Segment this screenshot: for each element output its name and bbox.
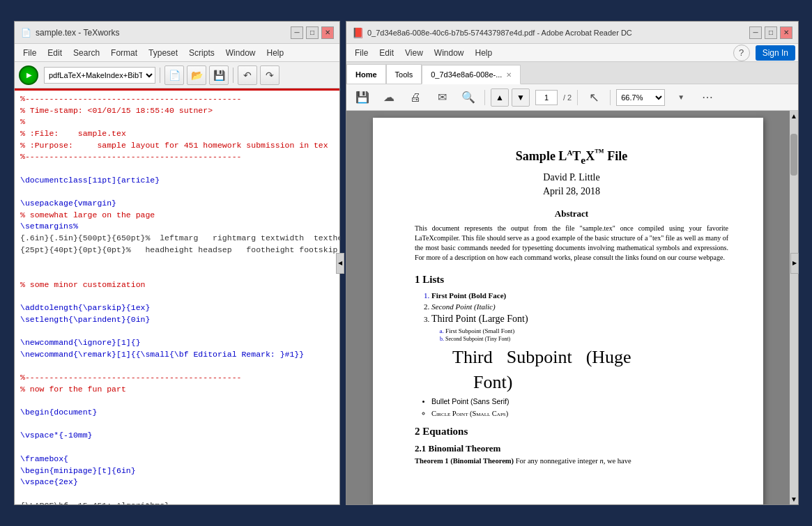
pdf-bullet-list: Bullet Point (Sans Serif) [415,397,728,405]
pdf-abstract-title: Abstract [415,208,728,219]
list-item-1-text: First Point (Bold Face) [431,291,506,300]
search-tool-button[interactable]: 🔍 [458,88,479,107]
page-number-input[interactable] [535,90,558,105]
menu-typeset[interactable]: Typeset [143,47,183,59]
pdf-scrollbar[interactable]: ▲ ▼ [790,111,798,504]
pdf-section-2: 2 Equations [415,426,728,438]
minimize-button[interactable]: ─ [291,26,303,39]
help-icon[interactable]: ? [733,45,750,61]
acrobat-close-button[interactable]: ✕ [780,26,792,39]
close-button[interactable]: ✕ [321,26,334,39]
tab-close-icon[interactable]: ✕ [506,71,512,79]
menu-window[interactable]: Window [220,47,261,59]
menu-format[interactable]: Format [105,47,143,59]
code-line: \newcommand{\remark}[1]{{\small{\bf Edit… [20,349,334,361]
code-line [20,360,334,372]
acrobat-toolbar: 💾 ☁ 🖨 ✉ 🔍 ▲ ▼ / 2 ↖ 66.7% 50% 75% 100% ▼… [346,84,798,111]
sublist-item-a: First Subpoint (Small Font) [445,327,728,334]
zoom-select[interactable]: 66.7% 50% 75% 100% [616,89,665,106]
menu-file[interactable]: File [17,47,42,59]
pdf-page: Sample LaTeX™ File David P. Little April… [373,118,763,504]
email-tool-button[interactable]: ✉ [431,88,452,107]
acrobat-menu-edit[interactable]: Edit [374,47,399,59]
save-tool-button[interactable]: 💾 [352,88,373,107]
code-line: \framebox{ [20,454,334,465]
code-line [20,256,334,268]
pdf-tab[interactable]: 0_7d34e8a6-008e-... ✕ [422,65,521,84]
code-line: {25pt}{40pt}{0pt}{0pt}% headheight heads… [20,245,334,256]
code-line: % :File: sample.tex [20,128,334,140]
more-options-button[interactable]: ⋯ [697,88,718,107]
panel-collapse-arrow[interactable]: ◀ [336,253,344,274]
acrobat-menu-window[interactable]: Window [429,47,470,59]
upload-tool-button[interactable]: ☁ [378,88,399,107]
zoom-dropdown-button[interactable]: ▼ [671,88,691,107]
section2-label: 2 Equations [415,426,468,438]
print-tool-button[interactable]: 🖨 [405,88,426,107]
pdf-circle-list: Circle Point (Small Caps) [415,410,728,417]
bullet-item-1-text: Bullet Point (Sans Serif) [431,397,509,405]
texworks-app-icon: 📄 [20,27,31,38]
open-button[interactable]: 📂 [187,65,206,85]
acrobat-maximize-button[interactable]: □ [765,26,777,39]
code-line: % now for the fun part [20,384,334,396]
scroll-up-button[interactable]: ▲ [790,111,797,120]
texworks-window: 📄 sample.tex - TeXworks ─ □ ✕ File Edit … [14,21,340,505]
compile-select[interactable]: pdfLaTeX+MakeIndex+BibTeX [44,67,155,84]
list-item-2: Second Point (Italic) [431,302,728,311]
code-line: % somewhat large on the page [20,210,334,222]
prev-page-button[interactable]: ▲ [491,88,509,107]
sign-in-button[interactable]: Sign In [756,45,795,61]
toolbar-separator-1 [160,68,160,83]
list-item-1: First Point (Bold Face) [431,291,728,300]
undo-button[interactable]: ↶ [238,65,257,85]
menu-edit[interactable]: Edit [42,47,68,59]
acrobat-minimize-button[interactable]: ─ [749,26,762,39]
menu-scripts[interactable]: Scripts [183,47,220,59]
menu-help[interactable]: Help [261,47,289,59]
code-line: \begin{document} [20,407,334,419]
tools-tab[interactable]: Tools [386,64,422,84]
section1-label: 1 Lists [415,274,444,286]
next-page-button[interactable]: ▼ [512,88,530,107]
code-line: {\LARGE\bf 15-451: Algorithms} [20,500,334,504]
toolbar-separator-2 [233,68,233,83]
new-button[interactable]: 📄 [164,65,184,85]
sublist-b-text: Second Subpoint (Tiny Font) [445,336,510,342]
acrobat-app-icon: 📕 [352,27,363,38]
huge-text-subpoint: Subpoint [507,346,572,368]
save-button[interactable]: 💾 [209,65,229,85]
pdf-subsection-21: 2.1 Binomial Theorem [415,443,728,454]
acrobat-window: 📕 0_7d34e8a6-008e-40c6-b7b5-574437987e4d… [346,21,799,505]
right-panel-arrow[interactable]: ▶ [790,253,799,274]
pdf-tab-label: 0_7d34e8a6-008e-... [431,70,502,79]
acrobat-window-controls: ─ □ ✕ [749,26,792,39]
code-line: %---------------------------------------… [20,93,334,105]
texworks-toolbar: pdfLaTeX+MakeIndex+BibTeX 📄 📂 💾 ↶ ↷ [15,62,339,88]
bullet-item-1: Bullet Point (Sans Serif) [431,397,728,405]
code-line [20,325,334,337]
code-line: \setlength{\parindent}{0in} [20,314,334,326]
acrobat-menu-help[interactable]: Help [470,47,498,59]
code-content[interactable]: %---------------------------------------… [15,91,339,504]
acrobat-tab-bar: Home Tools 0_7d34e8a6-008e-... ✕ [346,62,798,84]
run-button[interactable] [19,65,38,85]
redo-button[interactable]: ↷ [260,65,279,85]
acrobat-menu-file[interactable]: File [349,47,374,59]
scroll-thumb[interactable] [790,134,797,176]
menu-search[interactable]: Search [68,47,105,59]
huge-subpoint: Third Subpoint (Huge [431,346,728,368]
code-line: \addtolength{\parskip}{1ex} [20,302,334,314]
scroll-down-button[interactable]: ▼ [790,495,797,504]
home-tab[interactable]: Home [346,64,386,84]
acrobat-menu-view[interactable]: View [399,47,429,59]
cursor-tool-button[interactable]: ↖ [583,88,604,107]
maximize-button[interactable]: □ [306,26,319,39]
code-line: % :Purpose: sample layout for 451 homewo… [20,140,334,152]
code-line: % [20,116,334,128]
texworks-title-bar: 📄 sample.tex - TeXworks ─ □ ✕ [15,22,339,44]
circle-item-1: Circle Point (Small Caps) [431,410,728,417]
code-editor[interactable]: %---------------------------------------… [15,91,339,504]
pdf-content-area[interactable]: Sample LaTeX™ File David P. Little April… [346,111,790,504]
code-line: % Time-stamp: <01/01/15 18:55:40 sutner> [20,105,334,117]
